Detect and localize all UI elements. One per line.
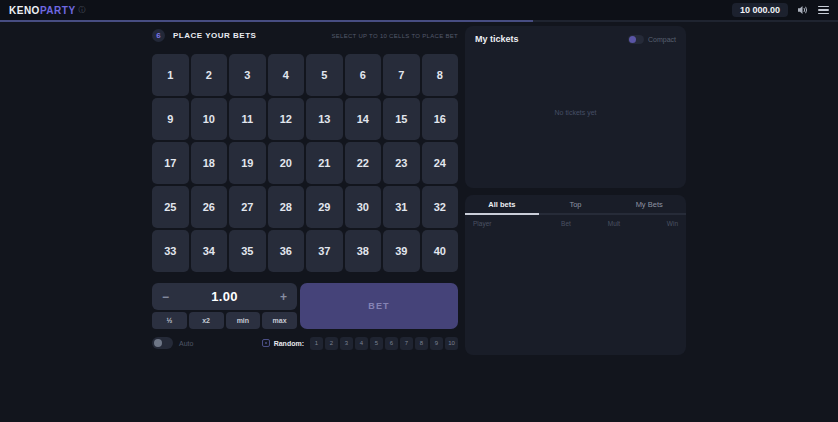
- number-cell[interactable]: 4: [268, 54, 305, 96]
- number-cell[interactable]: 25: [152, 186, 189, 228]
- random-label: Random:: [274, 340, 304, 347]
- auto-label: Auto: [179, 340, 193, 347]
- number-cell[interactable]: 13: [306, 98, 343, 140]
- number-cell[interactable]: 15: [383, 98, 420, 140]
- game-header: 6 PLACE YOUR BETS SELECT UP TO 10 CELLS …: [152, 28, 458, 43]
- hamburger-menu-icon[interactable]: [818, 6, 829, 15]
- number-cell[interactable]: 19: [229, 142, 266, 184]
- compact-label: Compact: [648, 36, 676, 43]
- topbar: KENOPARTY ⓘ 10 000.00: [0, 0, 838, 20]
- number-cell[interactable]: 40: [422, 230, 459, 272]
- random-count-chip[interactable]: 10: [445, 337, 458, 350]
- auto-toggle-knob: [154, 339, 162, 347]
- info-icon[interactable]: ⓘ: [79, 5, 87, 15]
- game-subtitle: SELECT UP TO 10 CELLS TO PLACE BET: [331, 33, 458, 39]
- my-tickets-title: My tickets: [475, 34, 519, 44]
- number-cell[interactable]: 1: [152, 54, 189, 96]
- random-count-chip[interactable]: 2: [325, 337, 338, 350]
- random-chips: 12345678910: [310, 337, 458, 350]
- number-cell[interactable]: 24: [422, 142, 459, 184]
- bets-tab[interactable]: All bets: [465, 200, 539, 209]
- number-cell[interactable]: 30: [345, 186, 382, 228]
- number-cell[interactable]: 36: [268, 230, 305, 272]
- bets-column-header: Bet: [544, 220, 588, 227]
- random-count-chip[interactable]: 7: [400, 337, 413, 350]
- number-cell[interactable]: 21: [306, 142, 343, 184]
- number-grid: 1234567891011121314151617181920212223242…: [152, 54, 458, 272]
- bets-column-header: Player: [473, 220, 544, 227]
- number-cell[interactable]: 33: [152, 230, 189, 272]
- logo-party: PARTY: [40, 5, 76, 16]
- quick-bet-button[interactable]: max: [262, 312, 297, 329]
- increase-bet-button[interactable]: +: [280, 291, 287, 303]
- quick-bet-button[interactable]: min: [226, 312, 261, 329]
- bottom-controls: Auto Random: 12345678910: [152, 336, 458, 350]
- game-area: 6 PLACE YOUR BETS SELECT UP TO 10 CELLS …: [152, 28, 458, 350]
- number-cell[interactable]: 29: [306, 186, 343, 228]
- bets-tab[interactable]: My Bets: [612, 200, 686, 209]
- number-cell[interactable]: 18: [191, 142, 228, 184]
- number-cell[interactable]: 2: [191, 54, 228, 96]
- logo-keno: KENO: [9, 5, 40, 16]
- random-count-chip[interactable]: 6: [385, 337, 398, 350]
- number-cell[interactable]: 32: [422, 186, 459, 228]
- number-cell[interactable]: 8: [422, 54, 459, 96]
- random-count-chip[interactable]: 1: [310, 337, 323, 350]
- no-tickets-message: No tickets yet: [475, 44, 676, 180]
- quick-bet-button[interactable]: ½: [152, 312, 187, 329]
- bet-amount-value[interactable]: 1.00: [211, 289, 238, 304]
- number-cell[interactable]: 39: [383, 230, 420, 272]
- number-cell[interactable]: 14: [345, 98, 382, 140]
- random-count-chip[interactable]: 9: [430, 337, 443, 350]
- number-cell[interactable]: 9: [152, 98, 189, 140]
- number-cell[interactable]: 38: [345, 230, 382, 272]
- number-cell[interactable]: 26: [191, 186, 228, 228]
- number-cell[interactable]: 12: [268, 98, 305, 140]
- bets-column-header: Mult: [588, 220, 640, 227]
- bet-amount-box: − 1.00 +: [152, 283, 297, 310]
- number-cell[interactable]: 5: [306, 54, 343, 96]
- random-count-chip[interactable]: 8: [415, 337, 428, 350]
- compact-toggle[interactable]: [628, 35, 644, 44]
- random-count-chip[interactable]: 5: [370, 337, 383, 350]
- number-cell[interactable]: 34: [191, 230, 228, 272]
- quick-bet-button[interactable]: x2: [189, 312, 224, 329]
- auto-toggle[interactable]: [152, 337, 173, 349]
- number-cell[interactable]: 7: [383, 54, 420, 96]
- random-count-chip[interactable]: 3: [340, 337, 353, 350]
- round-progress-track: [0, 20, 838, 22]
- number-cell[interactable]: 27: [229, 186, 266, 228]
- number-cell[interactable]: 11: [229, 98, 266, 140]
- bets-column-header: Win: [640, 220, 678, 227]
- number-cell[interactable]: 22: [345, 142, 382, 184]
- balance-display: 10 000.00: [732, 3, 788, 17]
- my-tickets-panel: My tickets Compact No tickets yet: [465, 26, 686, 188]
- number-cell[interactable]: 20: [268, 142, 305, 184]
- number-cell[interactable]: 17: [152, 142, 189, 184]
- number-cell[interactable]: 16: [422, 98, 459, 140]
- number-cell[interactable]: 28: [268, 186, 305, 228]
- quick-buttons: ½x2minmax: [152, 312, 297, 329]
- bets-tab[interactable]: Top: [539, 200, 613, 209]
- random-count-chip[interactable]: 4: [355, 337, 368, 350]
- bets-tabs: All betsTopMy Bets: [465, 195, 686, 213]
- bets-panel: All betsTopMy Bets PlayerBetMultWin: [465, 195, 686, 355]
- decrease-bet-button[interactable]: −: [162, 291, 169, 303]
- compact-toggle-knob: [629, 36, 636, 43]
- bets-columns: PlayerBetMultWin: [465, 215, 686, 231]
- number-cell[interactable]: 23: [383, 142, 420, 184]
- round-progress-fill: [0, 20, 533, 22]
- round-number-badge: 6: [152, 29, 165, 42]
- volume-icon[interactable]: [797, 5, 809, 15]
- number-cell[interactable]: 35: [229, 230, 266, 272]
- bet-button[interactable]: BET: [300, 283, 458, 329]
- game-title: PLACE YOUR BETS: [173, 31, 256, 40]
- app-logo: KENOPARTY ⓘ: [9, 5, 86, 16]
- number-cell[interactable]: 6: [345, 54, 382, 96]
- number-cell[interactable]: 31: [383, 186, 420, 228]
- number-cell[interactable]: 37: [306, 230, 343, 272]
- dice-icon: [262, 339, 270, 347]
- number-cell[interactable]: 3: [229, 54, 266, 96]
- number-cell[interactable]: 10: [191, 98, 228, 140]
